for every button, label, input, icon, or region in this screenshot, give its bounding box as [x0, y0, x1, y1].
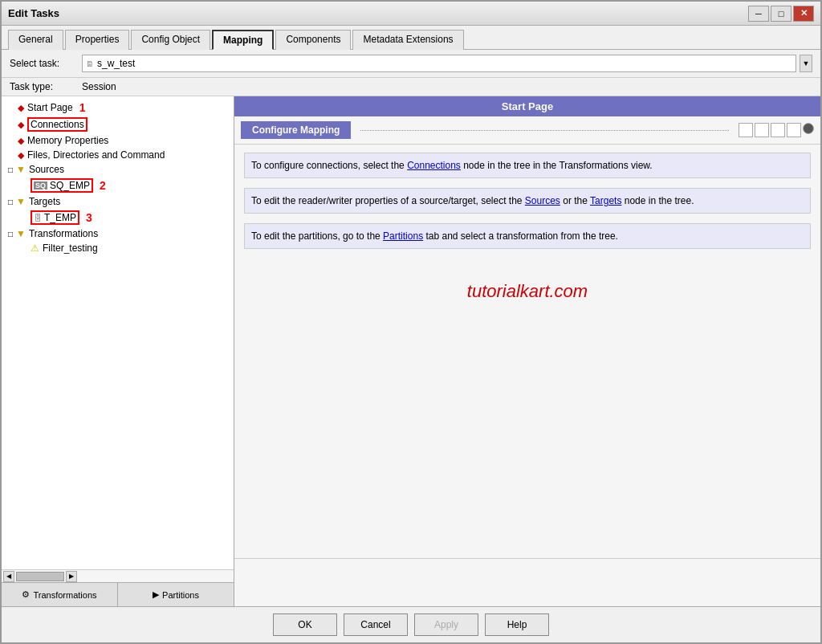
help-button[interactable]: Help	[485, 613, 549, 636]
sources-link[interactable]: Sources	[525, 195, 560, 206]
tree-item-filter-testing[interactable]: ⚠ Filter_testing	[2, 241, 234, 255]
expand-icon-2: □	[8, 198, 13, 206]
small-box-2	[755, 123, 769, 137]
left-bottom-tabs: ⚙ Transformations ▶ Partitions	[2, 582, 234, 606]
tree-item-label: Connections	[31, 119, 84, 130]
folder-icon-3: ▼	[16, 228, 26, 239]
task-type-value: Session	[82, 81, 116, 92]
tree-item-label: Targets	[29, 196, 60, 207]
small-box-4	[787, 123, 801, 137]
scroll-thumb[interactable]	[16, 572, 64, 581]
configure-bar: Configure Mapping	[234, 116, 820, 145]
window-title: Edit Tasks	[8, 7, 59, 19]
left-panel: ◆ Start Page 1 ◆ Connections ◆ Mem	[2, 96, 234, 606]
targets-link[interactable]: Targets	[590, 195, 621, 206]
tree-item-targets-folder[interactable]: □ ▼ Targets	[2, 194, 234, 209]
info-text-2-middle: or the	[563, 195, 590, 206]
scroll-right[interactable]: ▶	[66, 571, 77, 582]
tab-properties[interactable]: Properties	[65, 30, 130, 50]
task-select[interactable]: 🗎 s_w_test	[82, 55, 796, 72]
transformations-tab-label: Transformations	[33, 590, 96, 600]
tree-item-t-emp[interactable]: 🗄 T_EMP 3	[2, 209, 234, 226]
close-button[interactable]: ✕	[793, 6, 814, 22]
sq-icon: SQ	[34, 181, 47, 190]
tree-item-start-page[interactable]: ◆ Start Page 1	[2, 100, 234, 116]
tree-item-label: Memory Properties	[27, 135, 108, 146]
cancel-button[interactable]: Cancel	[344, 613, 408, 636]
tree-item-label: T_EMP	[44, 212, 76, 223]
transformations-tab-btn[interactable]: ⚙ Transformations	[2, 583, 118, 606]
bottom-bar: OK Cancel Apply Help	[2, 606, 820, 642]
info-text-3-prefix: To edit the partitions, go to the	[251, 230, 383, 242]
tree-item-label: Transformations	[29, 228, 98, 239]
tree-item-connections[interactable]: ◆ Connections	[2, 116, 234, 133]
title-bar-controls: ─ □ ✕	[748, 6, 814, 22]
diamond-icon-4: ◆	[18, 150, 24, 161]
t-emp-highlight: 🗄 T_EMP	[31, 210, 79, 225]
sq-emp-highlight: SQ SQ_EMP	[31, 178, 93, 193]
small-boxes	[739, 123, 814, 137]
task-type-row: Task type: Session	[2, 78, 820, 96]
partitions-link[interactable]: Partitions	[383, 230, 423, 242]
tree-item-sq-emp[interactable]: SQ SQ_EMP 2	[2, 177, 234, 194]
tree-item-transformations-folder[interactable]: □ ▼ Transformations	[2, 226, 234, 241]
info-text-3-suffix: tab and select a transformation from the…	[425, 230, 617, 242]
tree-item-files[interactable]: ◆ Files, Directories and Command	[2, 148, 234, 162]
tab-components[interactable]: Components	[275, 30, 351, 50]
content-area: Select task: 🗎 s_w_test ▼ Task type: Ses…	[2, 50, 820, 606]
info-text-1: To configure connections, select the Con…	[244, 153, 811, 178]
ok-button[interactable]: OK	[273, 613, 337, 636]
tab-config-object[interactable]: Config Object	[131, 30, 210, 50]
task-select-wrapper: 🗎 s_w_test ▼	[82, 55, 812, 72]
tree-item-label: SQ_EMP	[50, 180, 90, 191]
dotted-separator	[360, 130, 729, 131]
main-window: Edit Tasks ─ □ ✕ General Properties Conf…	[0, 0, 822, 644]
info-text-1-prefix: To configure connections, select the	[251, 160, 407, 171]
title-bar: Edit Tasks ─ □ ✕	[2, 2, 820, 26]
tab-bar: General Properties Config Object Mapping…	[2, 26, 820, 50]
partitions-tab-label: Partitions	[162, 590, 199, 600]
tree-item-sources-folder[interactable]: □ ▼ Sources	[2, 162, 234, 177]
right-panel: Start Page Configure Mapping	[234, 96, 820, 606]
target-icon: 🗄	[34, 214, 42, 222]
horizontal-scrollbar: ◀ ▶	[2, 569, 234, 582]
configure-mapping-button[interactable]: Configure Mapping	[241, 121, 351, 139]
right-content-area: To configure connections, select the Con…	[234, 145, 820, 606]
info-text-1-suffix: node in the tree in the Transformations …	[463, 160, 652, 171]
right-bottom-area	[234, 558, 820, 606]
tab-metadata-extensions[interactable]: Metadata Extensions	[352, 30, 463, 50]
partitions-tab-btn[interactable]: ▶ Partitions	[118, 583, 234, 606]
minimize-button[interactable]: ─	[748, 6, 769, 22]
select-task-label: Select task:	[10, 58, 74, 69]
tree-item-memory[interactable]: ◆ Memory Properties	[2, 133, 234, 148]
diamond-icon-3: ◆	[18, 136, 24, 146]
tree-area: ◆ Start Page 1 ◆ Connections ◆ Mem	[2, 96, 234, 569]
watermark: tutorialkart.com	[244, 281, 811, 302]
small-box-3	[771, 123, 785, 137]
task-select-icon: 🗎	[86, 59, 94, 68]
main-content: ◆ Start Page 1 ◆ Connections ◆ Mem	[2, 96, 820, 606]
tab-general[interactable]: General	[8, 30, 63, 50]
scroll-left[interactable]: ◀	[3, 571, 14, 582]
folder-icon: ▼	[16, 164, 26, 175]
task-type-label: Task type:	[10, 81, 74, 92]
connections-highlight: Connections	[27, 117, 87, 132]
expand-icon: □	[8, 165, 13, 174]
small-dot	[803, 123, 814, 134]
info-text-2-suffix: node in the tree.	[625, 195, 694, 206]
tree-item-label: Start Page	[27, 102, 73, 113]
maximize-button[interactable]: □	[771, 6, 791, 22]
expand-icon-3: □	[8, 230, 13, 238]
diamond-icon-2: ◆	[18, 120, 24, 130]
apply-button[interactable]: Apply	[414, 613, 478, 636]
label-number-1: 1	[79, 101, 86, 114]
tab-mapping[interactable]: Mapping	[212, 30, 274, 50]
right-panel-header: Start Page	[234, 96, 820, 116]
info-section: To configure connections, select the Con…	[234, 145, 820, 558]
connections-link[interactable]: Connections	[407, 160, 461, 171]
folder-icon-2: ▼	[16, 196, 26, 207]
task-select-row: Select task: 🗎 s_w_test ▼	[2, 50, 820, 78]
task-select-arrow[interactable]: ▼	[800, 55, 812, 72]
small-box-1	[739, 123, 753, 137]
diamond-icon: ◆	[18, 103, 24, 113]
